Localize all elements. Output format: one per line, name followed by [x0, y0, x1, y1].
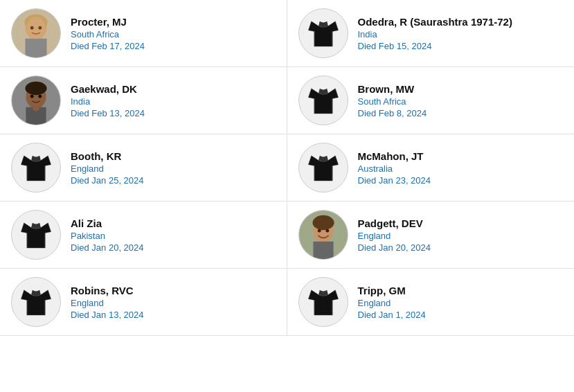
player-info-procter: Procter, MJ South Africa Died Feb 17, 20… — [71, 16, 145, 51]
player-cell-odedra: Odedra, R (Saurashtra 1971-72) India Die… — [287, 0, 575, 67]
player-name-alizia[interactable]: Ali Zia — [71, 217, 144, 229]
player-info-odedra: Odedra, R (Saurashtra 1971-72) India Die… — [358, 16, 512, 51]
player-country-padgett: England — [358, 231, 431, 241]
player-died-mcmahon: Died Jan 23, 2024 — [358, 175, 431, 186]
svg-point-15 — [33, 106, 39, 112]
player-info-booth: Booth, KR England Died Jan 25, 2024 — [71, 150, 144, 186]
player-avatar-alizia — [11, 210, 61, 260]
svg-point-11 — [25, 82, 46, 95]
player-name-odedra[interactable]: Odedra, R (Saurashtra 1971-72) — [358, 16, 512, 28]
player-cell-tripp: Tripp, GM England Died Jan 1, 2024 — [287, 269, 575, 336]
svg-point-4 — [26, 17, 45, 39]
player-died-gaekwad: Died Feb 13, 2024 — [71, 108, 145, 118]
player-cell-brown: Brown, MW South Africa Died Feb 8, 2024 — [287, 67, 575, 134]
player-country-procter: South Africa — [71, 29, 145, 39]
svg-point-26 — [312, 215, 334, 230]
player-avatar-gaekwad — [11, 75, 61, 125]
player-info-robins: Robins, RVC England Died Jan 13, 2024 — [71, 285, 144, 320]
player-died-padgett: Died Jan 20, 2024 — [358, 242, 431, 253]
player-died-tripp: Died Jan 1, 2024 — [358, 310, 426, 320]
player-country-tripp: England — [358, 298, 426, 308]
player-cell-mcmahon: McMahon, JT Australia Died Jan 23, 2024 — [287, 134, 575, 202]
player-country-gaekwad: India — [71, 96, 145, 107]
player-name-robins[interactable]: Robins, RVC — [71, 285, 144, 296]
svg-line-30 — [318, 226, 322, 227]
svg-point-28 — [317, 229, 321, 233]
player-country-mcmahon: Australia — [358, 163, 431, 174]
player-country-brown: South Africa — [358, 96, 427, 107]
player-died-procter: Died Feb 17, 2024 — [71, 41, 145, 51]
player-died-odedra: Died Feb 15, 2024 — [358, 41, 512, 51]
player-name-procter[interactable]: Procter, MJ — [71, 16, 145, 28]
svg-rect-3 — [25, 39, 46, 57]
player-avatar-tripp — [298, 277, 348, 327]
player-died-robins: Died Jan 13, 2024 — [71, 310, 144, 320]
svg-point-6 — [38, 26, 42, 30]
player-info-padgett: Padgett, DEV England Died Jan 20, 2024 — [358, 217, 431, 253]
player-name-booth[interactable]: Booth, KR — [71, 150, 144, 162]
player-country-robins: England — [71, 298, 144, 308]
svg-rect-27 — [313, 242, 333, 259]
player-avatar-mcmahon — [298, 143, 348, 193]
player-info-gaekwad: Gaekwad, DK India Died Feb 13, 2024 — [71, 83, 145, 118]
player-info-alizia: Ali Zia Pakistan Died Jan 20, 2024 — [71, 217, 144, 253]
player-info-brown: Brown, MW South Africa Died Feb 8, 2024 — [358, 83, 427, 118]
player-info-mcmahon: McMahon, JT Australia Died Jan 23, 2024 — [358, 150, 431, 186]
player-avatar-brown — [298, 75, 348, 125]
player-cell-padgett: Padgett, DEV England Died Jan 20, 2024 — [287, 202, 575, 269]
player-avatar-padgett — [298, 210, 348, 260]
player-cell-procter: Procter, MJ South Africa Died Feb 17, 20… — [0, 0, 287, 67]
player-avatar-robins — [11, 277, 61, 327]
player-avatar-procter — [11, 8, 61, 58]
player-name-padgett[interactable]: Padgett, DEV — [358, 217, 431, 229]
player-died-brown: Died Feb 8, 2024 — [358, 108, 427, 118]
player-avatar-booth — [11, 143, 61, 193]
svg-line-31 — [324, 226, 328, 227]
player-country-alizia: Pakistan — [71, 231, 144, 241]
player-name-gaekwad[interactable]: Gaekwad, DK — [71, 83, 145, 95]
player-name-tripp[interactable]: Tripp, GM — [358, 285, 426, 296]
player-cell-gaekwad: Gaekwad, DK India Died Feb 13, 2024 — [0, 67, 287, 134]
player-country-odedra: India — [358, 29, 512, 39]
player-name-mcmahon[interactable]: McMahon, JT — [358, 150, 431, 162]
player-died-alizia: Died Jan 20, 2024 — [71, 242, 144, 253]
player-avatar-odedra — [298, 8, 348, 58]
svg-point-14 — [38, 95, 42, 98]
players-grid: Procter, MJ South Africa Died Feb 17, 20… — [0, 0, 574, 336]
player-info-tripp: Tripp, GM England Died Jan 1, 2024 — [358, 285, 426, 320]
player-cell-robins: Robins, RVC England Died Jan 13, 2024 — [0, 269, 287, 336]
svg-point-29 — [325, 229, 329, 233]
svg-point-5 — [30, 26, 34, 30]
player-cell-alizia: Ali Zia Pakistan Died Jan 20, 2024 — [0, 202, 287, 269]
player-country-booth: England — [71, 163, 144, 174]
player-cell-booth: Booth, KR England Died Jan 25, 2024 — [0, 134, 287, 202]
player-name-brown[interactable]: Brown, MW — [358, 83, 427, 95]
svg-point-13 — [30, 95, 34, 98]
player-died-booth: Died Jan 25, 2024 — [71, 175, 144, 186]
